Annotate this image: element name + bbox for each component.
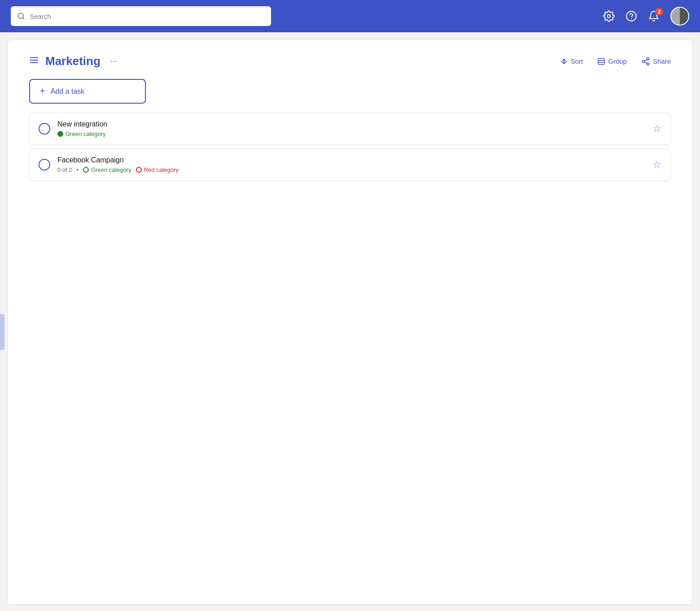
svg-line-16 (644, 62, 647, 63)
svg-point-3 (626, 11, 636, 21)
task-meta: 0 of 2 • Green category Red category (57, 166, 645, 173)
green-category-label: Green category (66, 131, 106, 137)
group-button[interactable]: Group (597, 57, 627, 65)
hamburger-icon[interactable] (29, 55, 39, 68)
notification-badge: 2 (655, 8, 663, 16)
share-label: Share (653, 57, 671, 65)
topbar-icons: 2 (603, 7, 689, 26)
settings-icon[interactable] (603, 10, 615, 22)
search-input[interactable] (30, 13, 265, 20)
task-meta: Green category (57, 131, 645, 137)
green-category-circle (57, 131, 63, 137)
task-title: Facebook Campaign (57, 156, 645, 164)
sort-label: Sort (571, 57, 583, 65)
main-content: Marketing ··· Sort Group (7, 39, 693, 605)
page-header: Marketing ··· Sort Group (8, 40, 692, 75)
task-star[interactable]: ☆ (652, 123, 661, 135)
green-category-label: Green category (91, 166, 131, 173)
help-icon[interactable] (626, 10, 637, 22)
task-checkbox[interactable] (39, 159, 50, 170)
subtask-count: 0 of 2 (57, 166, 72, 173)
sort-button[interactable]: Sort (560, 57, 583, 65)
category-tag-green: Green category (83, 166, 131, 173)
add-task-button[interactable]: + Add a task (29, 79, 146, 104)
task-checkbox[interactable] (39, 123, 50, 135)
task-star[interactable]: ☆ (652, 159, 661, 170)
svg-line-17 (644, 59, 647, 61)
category-tag-green: Green category (57, 131, 106, 137)
sidebar-tab[interactable] (0, 314, 4, 350)
svg-line-1 (22, 17, 24, 19)
task-info: New integration Green category (57, 120, 645, 137)
svg-rect-10 (599, 58, 605, 65)
page-header-left: Marketing ··· (29, 54, 560, 68)
task-area: + Add a task New integration Green categ… (8, 75, 692, 199)
group-label: Group (608, 57, 627, 65)
task-row[interactable]: New integration Green category ☆ (29, 113, 671, 145)
share-button[interactable]: Share (641, 57, 671, 66)
green-category-circle (83, 167, 89, 173)
search-icon (17, 12, 25, 20)
task-info: Facebook Campaign 0 of 2 • Green categor… (57, 156, 645, 173)
red-category-circle (136, 167, 142, 173)
add-task-label: Add a task (51, 87, 85, 96)
red-category-label: Red category (144, 166, 179, 173)
task-title: New integration (57, 120, 645, 128)
category-tag-red: Red category (136, 166, 179, 173)
page-title: Marketing (45, 54, 101, 68)
svg-point-2 (608, 15, 611, 18)
avatar[interactable] (670, 7, 689, 26)
search-box[interactable] (11, 6, 271, 26)
notification-icon[interactable]: 2 (648, 10, 660, 22)
task-dot: • (77, 166, 79, 173)
task-row[interactable]: Facebook Campaign 0 of 2 • Green categor… (29, 148, 671, 181)
plus-icon: + (40, 86, 45, 96)
topbar: 2 (0, 0, 700, 32)
ellipsis-menu[interactable]: ··· (107, 55, 121, 68)
page-header-actions: Sort Group Share (560, 57, 671, 66)
